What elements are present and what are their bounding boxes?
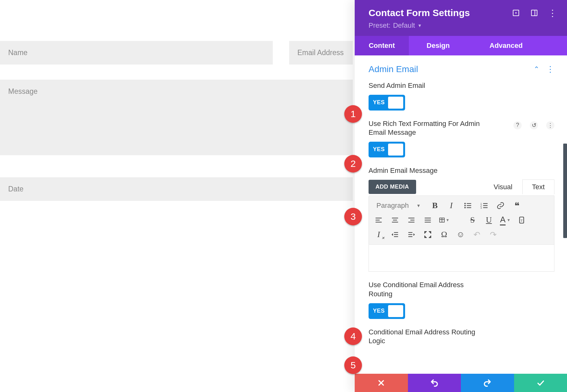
- svg-rect-23: [410, 220, 415, 220]
- svg-rect-22: [408, 218, 415, 219]
- bullet-list-icon[interactable]: [462, 200, 473, 211]
- svg-rect-34: [394, 234, 398, 235]
- kebab-menu-icon[interactable]: ⋮: [548, 9, 557, 17]
- svg-rect-19: [392, 218, 398, 219]
- step-badge-5: 5: [344, 356, 362, 374]
- svg-text:3: 3: [480, 206, 482, 209]
- editor-tab-visual[interactable]: Visual: [484, 179, 522, 194]
- help-icon[interactable]: ?: [513, 121, 522, 129]
- editor-content-area[interactable]: [369, 245, 554, 272]
- preset-label: Preset:: [369, 21, 391, 30]
- scrollbar-thumb[interactable]: [563, 144, 567, 238]
- settings-panel: Contact Form Settings ⋮ Preset: Default …: [355, 0, 567, 392]
- number-list-icon[interactable]: 123: [479, 200, 490, 211]
- italic-icon[interactable]: I: [446, 200, 457, 211]
- svg-rect-20: [393, 220, 397, 220]
- svg-rect-35: [394, 236, 398, 237]
- svg-point-6: [464, 205, 466, 206]
- panel-body[interactable]: Admin Email ⌃ ⋮ Send Admin Email YES Use…: [355, 55, 567, 374]
- svg-rect-13: [483, 205, 487, 206]
- cancel-button[interactable]: [355, 374, 408, 392]
- redo-icon[interactable]: ↷: [488, 229, 499, 240]
- svg-rect-15: [483, 207, 487, 208]
- svg-rect-21: [392, 222, 398, 223]
- strike-icon[interactable]: S: [467, 215, 478, 225]
- emoji-icon[interactable]: ☺: [455, 229, 466, 240]
- link-icon[interactable]: [495, 200, 506, 211]
- setting-label: Use Conditional Email Address Routing: [369, 281, 482, 298]
- undo-icon[interactable]: ↶: [472, 229, 482, 240]
- section-header-admin-email[interactable]: Admin Email ⌃ ⋮: [355, 55, 567, 80]
- undo-button[interactable]: [408, 374, 461, 392]
- svg-rect-9: [467, 207, 471, 208]
- tab-design[interactable]: Design: [409, 36, 467, 55]
- clear-format-icon[interactable]: I✕: [373, 229, 384, 240]
- setting-conditional-routing-logic: Conditional Email Address Routing Logic: [355, 327, 567, 346]
- chevron-up-icon[interactable]: ⌃: [534, 65, 539, 73]
- panel-title: Contact Form Settings: [369, 8, 502, 18]
- date-field[interactable]: Date: [0, 177, 353, 201]
- save-button[interactable]: [514, 374, 567, 392]
- bold-icon[interactable]: B: [430, 200, 440, 211]
- svg-rect-17: [375, 220, 380, 220]
- tab-advanced[interactable]: Advanced: [467, 36, 567, 55]
- svg-rect-11: [483, 203, 487, 204]
- dock-right-icon[interactable]: [530, 9, 539, 17]
- outdent-icon[interactable]: [390, 229, 400, 240]
- email-field[interactable]: Email Address: [289, 41, 353, 65]
- setting-admin-email-message: Admin Email Message ADD MEDIA Visual Tex…: [355, 165, 567, 280]
- name-field[interactable]: Name: [0, 41, 273, 65]
- svg-rect-7: [467, 205, 471, 206]
- special-char-icon[interactable]: Ω: [439, 229, 450, 240]
- underline-icon[interactable]: U: [484, 215, 494, 225]
- step-badge-4: 4: [344, 327, 362, 345]
- indent-icon[interactable]: [406, 229, 417, 240]
- svg-point-4: [464, 203, 466, 204]
- svg-rect-27: [425, 222, 431, 223]
- scrollbar[interactable]: [563, 144, 567, 364]
- svg-rect-36: [408, 232, 412, 233]
- caret-down-icon: ▼: [417, 23, 422, 28]
- panel-footer: [355, 374, 567, 392]
- section-menu-icon[interactable]: ⋮: [546, 65, 554, 74]
- step-badge-2: 2: [344, 155, 362, 173]
- contact-form-preview: Name Email Address Message Date: [0, 0, 353, 392]
- svg-rect-37: [408, 234, 412, 235]
- svg-point-1: [515, 12, 517, 14]
- svg-rect-25: [425, 218, 431, 219]
- setting-label: Use Rich Text Formatting For Admin Email…: [369, 119, 482, 137]
- message-field[interactable]: Message: [0, 80, 353, 155]
- fullscreen-icon[interactable]: [422, 229, 433, 240]
- align-justify-icon[interactable]: [422, 215, 433, 225]
- table-icon[interactable]: ▼: [439, 215, 450, 225]
- expand-icon[interactable]: [512, 9, 520, 17]
- svg-rect-26: [425, 220, 431, 220]
- setting-rich-text: Use Rich Text Formatting For Admin Email…: [355, 118, 567, 165]
- reset-icon[interactable]: ↺: [530, 121, 538, 129]
- paste-text-icon[interactable]: T: [516, 215, 527, 225]
- add-media-button[interactable]: ADD MEDIA: [369, 180, 416, 194]
- align-left-icon[interactable]: [373, 215, 384, 225]
- step-badge-1: 1: [344, 105, 362, 123]
- toggle-rich-text[interactable]: YES: [369, 142, 405, 157]
- format-select[interactable]: Paragraph▼: [373, 200, 424, 211]
- svg-rect-18: [375, 222, 382, 223]
- preset-dropdown[interactable]: Preset: Default ▼: [369, 21, 557, 30]
- quote-icon[interactable]: ❝: [512, 200, 522, 211]
- align-right-icon[interactable]: [406, 215, 417, 225]
- toggle-send-admin-email[interactable]: YES: [369, 95, 405, 111]
- toggle-conditional-routing[interactable]: YES: [369, 303, 405, 319]
- editor-tab-text[interactable]: Text: [522, 179, 554, 194]
- text-color-icon[interactable]: A▼: [500, 215, 511, 225]
- tab-content[interactable]: Content: [355, 36, 409, 55]
- svg-rect-33: [394, 232, 398, 233]
- setting-label: Send Admin Email: [369, 81, 482, 90]
- section-title: Admin Email: [369, 64, 534, 74]
- preset-value: Default: [393, 21, 415, 30]
- redo-button[interactable]: [461, 374, 514, 392]
- svg-rect-5: [467, 203, 471, 204]
- panel-tabs: Content Design Advanced: [355, 36, 567, 55]
- svg-rect-38: [408, 236, 412, 237]
- option-menu-icon[interactable]: ⋮: [546, 121, 554, 129]
- align-center-icon[interactable]: [390, 215, 400, 225]
